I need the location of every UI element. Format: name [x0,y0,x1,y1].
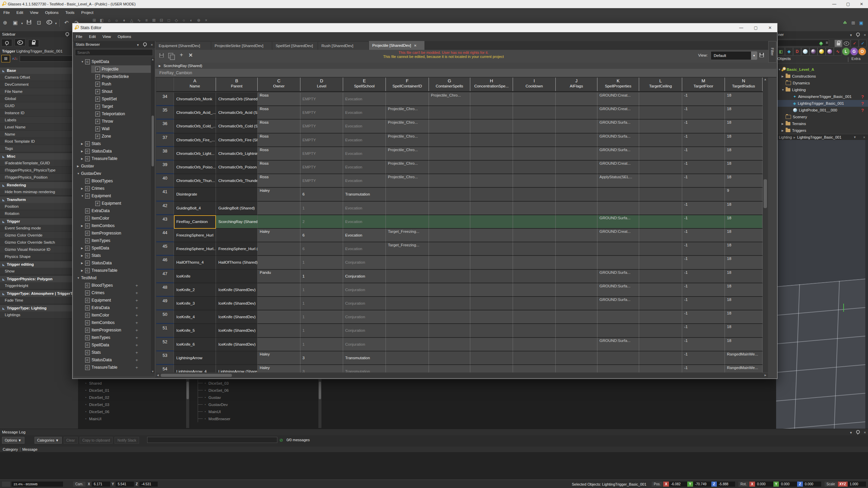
cell-spellcontainerid[interactable]: Target_Freezing... [386,242,429,256]
scroll-down-icon[interactable]: ▼ [151,370,155,373]
cell-parent[interactable] [216,351,258,365]
cell-cooldown[interactable] [513,161,556,174]
cell-owner[interactable] [258,310,300,324]
tool-icon[interactable]: ⊞ [91,18,97,23]
column-header-e[interactable]: ESpellSchool [343,78,386,91]
tab-close-icon[interactable]: ✕ [414,44,416,47]
collapse-icon[interactable]: ▼ [77,172,81,175]
sidebar-filter-input[interactable] [20,56,73,62]
cell-owner[interactable]: Haley [258,351,300,365]
stats-tree-item[interactable]: ▶CItemCombos [81,222,151,229]
cell-containerspells[interactable] [429,202,470,215]
cell-concentration[interactable] [470,215,513,229]
stats-tree-item[interactable]: CItemTypes+ [81,334,151,341]
scrollbar[interactable] [186,379,189,428]
list-item[interactable]: ▪MainUI [79,415,101,422]
stats-menu-options[interactable]: Options [114,32,135,41]
tool-icon[interactable]: ◇ [173,18,179,23]
scrollbar[interactable]: ▲ ▼ [151,58,155,373]
property-row[interactable]: Gizmo Color Override [0,232,78,239]
spline-filter-icon[interactable]: ∿ [834,47,842,56]
scrollbar[interactable]: ◄ ► [155,373,768,378]
tool-icon[interactable]: ◧ [99,18,105,23]
cell-name[interactable]: ChromaticOrb_Acid_... [174,106,216,120]
stats-tree-item[interactable]: CBloodTypes [81,177,151,185]
stats-tree-item[interactable]: CExtraData+ [81,304,151,311]
cell-level[interactable]: EMPTY [300,134,343,147]
property-row[interactable]: DevComment [0,81,78,88]
expand-icon[interactable]: ▶ [81,262,85,265]
cell-targetradius[interactable]: RangedMainWe... [725,365,763,372]
cell-targetradius[interactable]: 18 [725,297,763,310]
chevron-down-icon[interactable]: ▼ [20,19,24,28]
cell-containerspells[interactable] [429,270,470,283]
cell-concentration[interactable] [470,120,513,133]
cell-aiflags[interactable] [556,147,597,161]
cell-cooldown[interactable] [513,270,556,283]
stats-tree-item[interactable]: FTeleportation [91,110,151,118]
close-icon[interactable]: × [864,430,866,434]
breadcrumb-parent[interactable]: Lighting [779,135,792,139]
stats-tree-item[interactable]: FProjectileStrike [91,73,151,80]
cell-targetceiling[interactable] [639,324,682,338]
cell-level[interactable]: EMPTY [300,174,343,188]
stats-tree-item[interactable]: FTarget [91,103,151,110]
stats-tree-item[interactable]: ▶CStats [81,252,151,259]
cell-parent[interactable]: ChromaticOrb_Acid (Sh [216,106,258,120]
chevron-down-icon[interactable]: ▼ [849,431,852,434]
property-row[interactable]: Show [0,268,78,275]
cell-cooldown[interactable] [513,202,556,215]
tool-icon[interactable]: ⊕ [196,18,202,23]
menu-options[interactable]: Options [42,8,62,17]
pin-icon[interactable] [856,33,860,36]
property-row[interactable]: Level Name [0,124,78,131]
cell-concentration[interactable] [470,338,513,351]
cell-parent[interactable]: ChromaticOrb_Cold (Sh [216,120,258,133]
property-row[interactable]: GUID [0,102,78,109]
pin-icon[interactable] [143,42,147,46]
add-entry-icon[interactable]: + [135,365,138,370]
cell-level[interactable]: 1 [300,270,343,283]
parent-stat-row[interactable]: ▶ ScorchingRay (Shared) [155,63,776,69]
cell-level[interactable]: 3 [300,365,343,372]
cell-targetceiling[interactable] [639,174,682,188]
cell-parent[interactable]: ScorchingRay (Shared) [216,215,258,229]
cell-targetfloor[interactable]: -1 [682,215,725,229]
cell-spellschool[interactable]: Evocation [343,161,386,174]
property-row[interactable]: TriggerHeight [0,282,78,289]
stats-tree-item[interactable]: FZone [91,133,151,140]
cell-targetradius[interactable]: 18 [725,324,763,338]
cell-spellschool[interactable]: Evocation [343,229,386,242]
column-header-c[interactable]: COwner [258,78,300,91]
table-row[interactable]: 43FireRay_CambionScorchingRay (Shared)2E… [156,215,763,229]
cell-level[interactable]: 1 [300,256,343,269]
cell-owner[interactable]: Ross [258,93,300,106]
cell-spellproperties[interactable]: GROUND:Creat... [597,106,639,120]
list-item[interactable]: ▪DiceSet_06 [192,387,229,394]
maximize-button[interactable]: ▢ [846,2,850,6]
cell-cooldown[interactable] [513,215,556,229]
cell-spellschool[interactable]: Transmutation [343,188,386,201]
cell-owner[interactable]: Haley [258,229,300,242]
cell-targetradius[interactable]: 18 [725,106,763,120]
cell-parent[interactable]: LightningArrow (Share [216,365,258,372]
cell-spellcontainerid[interactable] [386,297,429,310]
chevron-down-icon[interactable]: ▼ [849,34,852,37]
cell-name[interactable]: FreezingSphere_Hurl... [174,242,216,256]
cell-spellproperties[interactable] [597,324,639,338]
column-header-k[interactable]: KSpellProperties [597,78,639,91]
add-entry-icon[interactable]: + [135,290,138,296]
cell-name[interactable]: ChromaticOrb_Fire_... [174,134,216,147]
add-entry-icon[interactable]: + [135,335,138,340]
stats-tree-item[interactable]: CStats+ [81,349,151,356]
cell-spellcontainerid[interactable] [386,188,429,201]
cell-name[interactable]: IceKnife_5 [174,324,216,338]
cell-parent[interactable] [216,188,258,201]
stats-tree-item[interactable]: ▶CStats [81,140,151,147]
cell-aiflags[interactable] [556,270,597,283]
cell-parent[interactable]: GuidingBolt (Shared) [216,202,258,215]
cell-aiflags[interactable] [556,161,597,174]
cell-cooldown[interactable] [513,229,556,242]
close-icon[interactable]: × [863,135,865,139]
cell-targetceiling[interactable] [639,188,682,201]
